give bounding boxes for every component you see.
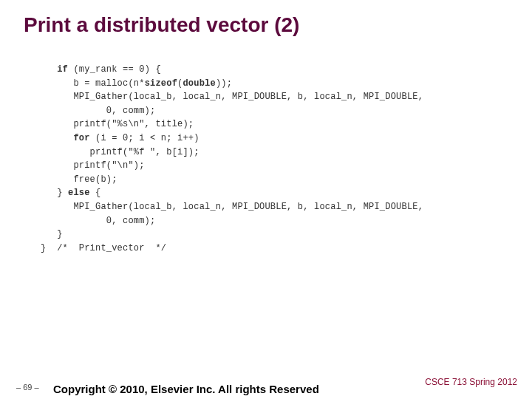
code-line-5: printf("%s\n", title); — [41, 119, 194, 129]
code-block: if (my_rank == 0) { b = malloc(n*sizeof(… — [0, 37, 532, 255]
slide-title: Print a distributed vector (2) — [0, 0, 532, 37]
keyword-if: if — [57, 64, 68, 75]
code-line-2: b = malloc(n*sizeof(double)); — [41, 78, 232, 89]
code-line-14: } /* Print_vector */ — [41, 243, 166, 253]
code-line-9: free(b); — [41, 174, 117, 185]
code-line-4: 0, comm); — [41, 106, 155, 116]
copyright-text: Copyright © 2010, Elsevier Inc. All righ… — [53, 383, 319, 395]
code-line-1: if (my_rank == 0) { — [41, 64, 161, 75]
keyword-sizeof: sizeof — [145, 78, 177, 89]
code-line-8: printf("\n"); — [41, 160, 145, 171]
code-line-7: printf("%f ", b[i]); — [41, 147, 200, 157]
course-label: CSCE 713 Spring 2012 — [425, 377, 517, 387]
code-line-12: 0, comm); — [41, 216, 155, 226]
code-line-6: for (i = 0; i < n; i++) — [41, 133, 200, 143]
keyword-else: else — [68, 188, 90, 198]
code-line-13: } — [41, 229, 63, 239]
keyword-for: for — [73, 133, 89, 143]
keyword-double: double — [183, 78, 215, 89]
page-number: – 69 – — [16, 383, 39, 392]
code-line-10: } else { — [41, 188, 100, 198]
code-line-3: MPI_Gather(local_b, local_n, MPI_DOUBLE,… — [41, 92, 423, 102]
code-line-11: MPI_Gather(local_b, local_n, MPI_DOUBLE,… — [41, 202, 423, 212]
